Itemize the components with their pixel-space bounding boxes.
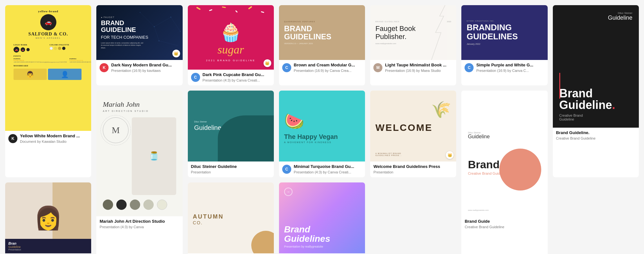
cupcake-year: 2021 BRAND GUIDELINE xyxy=(206,59,255,62)
autumn-title: AUTUMN xyxy=(193,213,224,220)
navy-body-text: Lorem ipsum dolor sit amet, consectetur … xyxy=(101,42,143,49)
font1-sample: ABCDEFGHIJKLMNOPQRSTUVWXYabcdefghijklmno… xyxy=(14,61,67,63)
gradient-sub: Presentation by reallygreatsite xyxy=(284,245,330,248)
card-title-welcome: Welcome Brand Guidelines Press xyxy=(373,164,440,170)
card-title-brand-creative: Brand Guide xyxy=(465,219,504,224)
mariah-colors xyxy=(103,200,167,210)
card-sub-brand-dark: Creative Brand Guideline xyxy=(556,136,596,140)
svg-line-3 xyxy=(154,27,159,41)
card-title-yellow: Yellow White Modern Brand ... xyxy=(20,133,80,139)
card-fauget-book[interactable]: BRAND GUIDELINES 2023 Fauget BookPublish… xyxy=(370,5,456,85)
person-figure: 👩 xyxy=(5,182,91,253)
svg-line-2 xyxy=(171,17,180,31)
kyori-label: KYORI CREATIVES INC. xyxy=(466,20,495,22)
color-white xyxy=(50,47,53,50)
mariah-product-img: 🫙 xyxy=(132,117,176,195)
card-sub-dark-navy: Presentation (16:9) by kavitaws xyxy=(111,69,172,73)
card-title-mariah: Mariah John Art Direction Studio xyxy=(100,219,165,224)
card-sub-diluc-teal: Presentation xyxy=(191,170,237,174)
avatar-kawalan: K xyxy=(8,134,17,143)
avatar-canva-cupcake: C xyxy=(191,73,200,82)
card-sub-pink-cupcake: Presentation (4:3) by Canva Creati... xyxy=(203,78,264,82)
svg-point-8 xyxy=(180,31,180,32)
moodboard-label: MOODBOARD xyxy=(14,65,83,67)
svg-line-1 xyxy=(154,17,170,26)
moodboard-img1: 👨 xyxy=(14,69,47,80)
mariah-circle-logo: M xyxy=(103,117,129,143)
moodboard-img2: 👤 xyxy=(48,69,81,80)
purple-brand-title: BRANDINGGUIDELINES xyxy=(466,23,518,41)
svg-point-9 xyxy=(139,12,140,13)
avatar-canva-brown: C xyxy=(282,63,291,72)
mariah-name: Mariah John xyxy=(103,100,139,109)
card-info-yellow: K Yellow White Modern Brand ... Document… xyxy=(5,131,91,147)
colors-palette-label: COLORS PALETTE xyxy=(50,44,83,46)
card-welcome-brand[interactable]: WELCOME 🌾 A MINIMALIST BRAND GUIDELINES … xyxy=(370,91,456,177)
card-mariah-john[interactable]: Mariah John ART DIRECTION STUDIO M 🫙 xyxy=(96,91,182,254)
svg-point-7 xyxy=(159,40,159,41)
card-title-simple-purple: Simple Purple and White G... xyxy=(476,63,533,68)
card-dark-navy[interactable]: ● FAUGET BRAND GUIDELINE FOR TECH COMPAN… xyxy=(96,5,182,85)
gradient-title: BrandGuidelines xyxy=(284,225,330,244)
quarrdrove-label: QUARRDROVE VENTURES xyxy=(284,21,315,23)
happy-vegan-title: The Happy Vegan xyxy=(284,133,338,141)
fauget-book-title: Fauget BookPublisher. xyxy=(375,24,416,41)
card-info-turquoise: C Minimal Turquoise Brand Gu... Presenta… xyxy=(279,161,365,177)
card-turquoise-vegan[interactable]: 🍉 The Happy Vegan A MOVEMENT FOR KINDNES… xyxy=(279,91,365,177)
card-title-diluc-teal: Diluc Steiner Guideline xyxy=(191,164,237,170)
teal-circle-decoration xyxy=(218,115,274,161)
card-diluc-teal[interactable]: Diluc Steiner Guideline Diluc Steiner Gu… xyxy=(188,91,274,177)
brand-guideline-dark-title: BrandGuideline. xyxy=(559,88,615,111)
salmon-circle xyxy=(499,149,541,190)
card-info-pink-cupcake: C Dark Pink Cupcake Brand Gu... Presenta… xyxy=(188,70,274,85)
card-title-brown-cream: Brown and Cream Modular G... xyxy=(294,63,355,68)
brown-version: VERSION 2.0 — JANUARY 2020 xyxy=(284,43,313,44)
card-sub-yellow: Document by Kawalan Studio xyxy=(20,140,80,143)
svg-point-5 xyxy=(154,26,155,27)
card-simple-purple[interactable]: KYORI CREATIVES INC. BRANDINGGUIDELINES … xyxy=(461,5,547,85)
diluc-designer-name: Diluc Steiner xyxy=(194,121,207,123)
avatar-canva-purple: C xyxy=(465,63,474,72)
guideline-label-dark: Guideline xyxy=(559,15,632,21)
card-title-fauget-book: Light Taupe Minimalist Book ... xyxy=(385,63,446,68)
brown-brand-title: BRANDGUIDELINES xyxy=(284,24,332,41)
brand-guideline-dark-sub: Creative BrandGuideline xyxy=(559,113,615,121)
color-black xyxy=(62,47,65,50)
guideline-label-creative: Guideline xyxy=(468,134,490,140)
grey-minimalist-thumb: 👩 Bran Guideline Presentation xyxy=(5,182,91,253)
navy-brand-title: BRAND GUIDELINE FOR TECH COMPANIES xyxy=(101,20,148,40)
vegan-sub: A MOVEMENT FOR KINDNESS xyxy=(284,141,332,143)
crack-decoration xyxy=(418,5,456,60)
card-info-dark-navy: K Dark Navy Modern Brand Gu... Presentat… xyxy=(96,60,182,76)
sprinkles-area xyxy=(188,5,274,21)
mariah-studio: ART DIRECTION STUDIO xyxy=(103,110,149,112)
card-sub-turquoise: Presentation (4:3) by Canva Creati... xyxy=(294,170,354,174)
template-grid: yellow-brand 🚗 SALFORD & CO. MEN'S APPAR… xyxy=(0,0,644,254)
card-title-brand-dark: Brand Guideline. xyxy=(556,130,596,136)
fauget-label: ● FAUGET xyxy=(101,16,114,18)
card-grey-minimalist[interactable]: 👩 Bran Guideline Presentation Z Grey Min… xyxy=(5,182,91,254)
font2-sample: ABCDEFGHIJKLMNOPQRSTUVWXYabcdefghijklmno… xyxy=(70,61,91,63)
card-sub-simple-purple: Presentation (16:9) by Canva C... xyxy=(476,69,533,73)
card-title-pink-cupcake: Dark Pink Cupcake Brand Gu... xyxy=(203,72,264,78)
brand-tagline: MEN'S APPAREL xyxy=(35,37,61,39)
card-brand-guide-creative[interactable]: Diluc Steiner Guideline Brand Guide Crea… xyxy=(461,91,547,254)
welcome-text: WELCOME xyxy=(375,122,433,133)
card-brown-cream[interactable]: QUARRDROVE VENTURES BRANDGUIDELINES VERS… xyxy=(279,5,365,85)
card-info-brand-creative: Brand Guide Creative Brand Guideline xyxy=(461,216,547,232)
diluc-guideline-text: Guideline xyxy=(194,124,222,132)
card-gradient-brand[interactable]: → BrandGuidelines Presentation by really… xyxy=(279,182,365,254)
diluc-steiner-creative: Diluc Steiner xyxy=(468,132,481,134)
card-brand-guideline-dark[interactable]: Diluc Steiner Guideline BrandGuideline. … xyxy=(553,5,639,177)
card-title-dark-navy: Dark Navy Modern Brand Gu... xyxy=(111,63,172,68)
avatar-maea: M xyxy=(373,63,382,72)
avatar-kavitaws: K xyxy=(100,63,109,72)
fauget-book-site: www.reallygreatsite.com xyxy=(375,43,396,44)
card-pink-cupcake[interactable]: 🧁 sugar 2021 BRAND GUIDELINE 👑 C Dark Pi… xyxy=(188,5,274,85)
card-sub-mariah: Presentation (4:3) by Canva xyxy=(100,225,165,229)
brand-name: SALFORD & CO. xyxy=(28,32,68,37)
card-autumn-co[interactable]: AUTUMN CO. Autumn Co. Presentation xyxy=(188,182,274,254)
feather-decoration: 🌾 xyxy=(431,100,451,119)
card-yellow-white-modern[interactable]: yellow-brand 🚗 SALFORD & CO. MEN'S APPAR… xyxy=(5,5,91,177)
logo-mark-label: LOGO MARK xyxy=(14,44,47,46)
